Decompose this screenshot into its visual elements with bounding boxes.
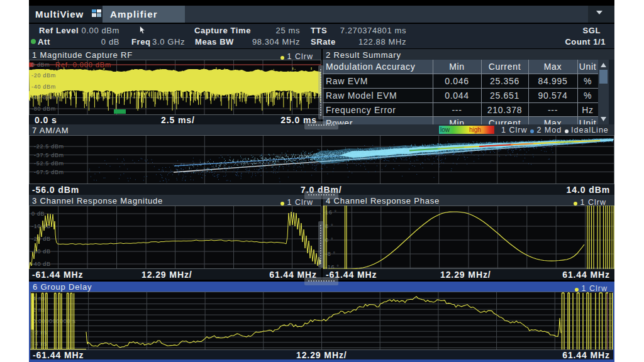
svg-text:-60 dBm: -60 dBm: [31, 94, 56, 101]
svg-text:low: low: [440, 126, 450, 133]
svg-text:-37.5 dBm: -37.5 dBm: [34, 152, 64, 158]
svg-text:-52.5 dBm: -52.5 dBm: [34, 160, 64, 167]
svg-text:-20 dBm: -20 dBm: [31, 72, 56, 79]
svg-text:0 dBm: 0 dBm: [31, 62, 50, 68]
svg-text:-22.5 dBm: -22.5 dBm: [34, 143, 64, 150]
svg-text:Ref. 0.000 dBm: Ref. 0.000 dBm: [55, 61, 111, 69]
svg-text:-80 dBm: -80 dBm: [31, 106, 56, 112]
svg-text:-20 dB: -20 dB: [31, 236, 51, 242]
svg-text:-16 °: -16 °: [325, 264, 340, 269]
svg-text:-67.5 dBm: -67.5 dBm: [34, 169, 64, 175]
svg-text:-10 dB: -10 dB: [31, 223, 51, 229]
svg-text:-40 dBm: -40 dBm: [31, 84, 56, 90]
svg-text:0 dB: 0 dB: [31, 211, 45, 217]
svg-text:high: high: [469, 126, 481, 133]
svg-text:-40 dB: -40 dB: [31, 261, 51, 267]
svg-text:16 °: 16 °: [325, 209, 337, 216]
